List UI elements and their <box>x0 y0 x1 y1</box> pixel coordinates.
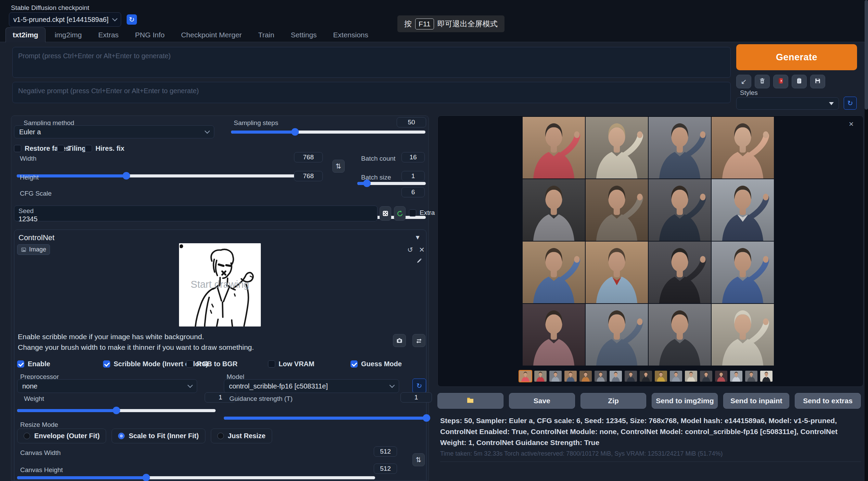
send-to-inpaint-button[interactable]: Send to inpaint <box>723 393 789 409</box>
open-folder-button[interactable] <box>437 393 503 409</box>
tab-extras[interactable]: Extras <box>91 27 126 42</box>
refresh-styles-button[interactable]: ↻ <box>844 97 857 110</box>
thumbnail-4[interactable] <box>564 370 577 382</box>
thumbnail-8[interactable] <box>624 370 638 382</box>
apply-style-button[interactable] <box>792 75 807 88</box>
thumbnail-16[interactable] <box>744 370 758 382</box>
seed-input[interactable]: Seed 12345 <box>14 206 378 221</box>
read-params-arrow-button[interactable]: ↙ <box>736 75 751 88</box>
guidance-strength-slider[interactable] <box>224 414 426 422</box>
weight-slider[interactable] <box>17 407 216 414</box>
brush-icon[interactable] <box>416 257 422 266</box>
batch-size-value[interactable]: 1 <box>401 171 425 181</box>
resize-option-scale-to-fit-inner-fit[interactable]: Scale to Fit (Inner Fit) <box>112 429 205 443</box>
generate-button[interactable]: Generate <box>736 44 857 70</box>
sampling-steps-value[interactable]: 50 <box>397 117 426 127</box>
result-image-13[interactable] <box>523 304 585 366</box>
result-image-5[interactable] <box>523 179 585 241</box>
canvas-width-value[interactable]: 512 <box>374 446 397 457</box>
cn-enable-checkbox[interactable]: Enable <box>17 360 50 368</box>
prompt-input[interactable] <box>12 47 731 78</box>
swap-dimensions-button[interactable]: ⇅ <box>332 160 345 173</box>
thumbnail-11[interactable] <box>669 370 683 382</box>
thumbnail-17[interactable] <box>760 370 773 382</box>
styles-dropdown[interactable] <box>736 97 839 110</box>
send-to-img2img-button[interactable]: Send to img2img <box>652 393 718 409</box>
collapse-caret-icon[interactable]: ▼ <box>414 234 421 241</box>
sampling-steps-slider[interactable] <box>231 128 425 136</box>
result-image-4[interactable] <box>712 117 774 178</box>
resize-option-envelope-outer-fit[interactable]: Envelope (Outer Fit) <box>17 429 106 443</box>
canvas-width-slider[interactable] <box>17 474 375 481</box>
scribble-canvas[interactable]: Start drawing <box>179 243 261 326</box>
result-image-11[interactable] <box>649 242 711 303</box>
thumbnail-5[interactable] <box>579 370 592 382</box>
tab-img2img[interactable]: img2img <box>48 27 89 42</box>
result-image-2[interactable] <box>586 117 648 178</box>
preprocessor-dropdown[interactable]: none <box>17 379 197 393</box>
thumbnail-9[interactable] <box>639 370 653 382</box>
result-image-8[interactable] <box>712 179 774 241</box>
refresh-models-button[interactable]: ↻ <box>412 379 426 393</box>
result-image-14[interactable] <box>586 304 648 366</box>
resize-option-just-resize[interactable]: Just Resize <box>211 429 272 443</box>
result-image-12[interactable] <box>712 242 774 303</box>
result-image-15[interactable] <box>649 304 711 366</box>
thumbnail-7[interactable] <box>609 370 623 382</box>
thumbnail-10[interactable] <box>654 370 668 382</box>
result-image-6[interactable] <box>586 179 648 241</box>
result-image-7[interactable] <box>649 179 711 241</box>
batch-count-value[interactable]: 16 <box>401 152 425 162</box>
thumbnail-12[interactable] <box>684 370 698 382</box>
cfg-scale-value[interactable]: 6 <box>401 187 425 197</box>
save-style-button[interactable] <box>810 75 825 88</box>
sampling-method-dropdown[interactable]: Euler a <box>14 125 214 138</box>
thumbnail-14[interactable] <box>714 370 728 382</box>
width-value[interactable]: 768 <box>294 152 323 162</box>
cn-low-vram-checkbox[interactable]: Low VRAM <box>268 360 314 368</box>
cn-rgb-to-bgr-checkbox[interactable]: RGB to BGR <box>186 360 238 368</box>
clear-prompt-button[interactable] <box>755 75 770 88</box>
tab-extensions[interactable]: Extensions <box>326 27 375 42</box>
undo-icon[interactable]: ↺ <box>407 246 413 254</box>
width-slider[interactable] <box>17 172 321 180</box>
send-to-extras-button[interactable]: Send to extras <box>795 393 861 409</box>
thumbnail-3[interactable] <box>549 370 562 382</box>
model-dropdown[interactable]: control_scribble-fp16 [c508311e] <box>224 379 399 393</box>
random-seed-button[interactable] <box>380 206 391 221</box>
height-value[interactable]: 768 <box>294 171 323 181</box>
thumbnail-2[interactable] <box>534 370 547 382</box>
guidance-strength-value[interactable]: 1 <box>400 392 432 403</box>
thumbnail-15[interactable] <box>729 370 743 382</box>
reuse-seed-button[interactable] <box>394 206 406 221</box>
swap-canvas-dimensions-button[interactable]: ⇅ <box>412 453 425 466</box>
tab-png-info[interactable]: PNG Info <box>128 27 172 42</box>
tab-settings[interactable]: Settings <box>283 27 324 42</box>
tab-txt2img[interactable]: txt2img <box>5 27 46 42</box>
thumbnail-1[interactable] <box>519 370 532 382</box>
save-button[interactable]: Save <box>509 393 575 409</box>
zip-button[interactable]: Zip <box>580 393 647 409</box>
checkpoint-select[interactable]: v1-5-pruned.ckpt [e1441589a6] <box>9 12 121 27</box>
tab-train[interactable]: Train <box>251 27 281 42</box>
result-image-1[interactable] <box>523 117 585 178</box>
scrollbar[interactable] <box>865 0 868 481</box>
result-image-9[interactable] <box>523 242 585 303</box>
hires-fix-checkbox[interactable]: Hires. fix <box>85 145 124 152</box>
style-book-button[interactable] <box>773 75 788 88</box>
mirror-button[interactable] <box>412 334 425 347</box>
refresh-checkpoint-button[interactable]: ↻ <box>127 14 137 25</box>
cn-guess-mode-checkbox[interactable]: Guess Mode <box>350 360 402 368</box>
result-image-10[interactable] <box>586 242 648 303</box>
extra-seed-checkbox[interactable]: Extra <box>409 209 435 217</box>
tab-checkpoint-merger[interactable]: Checkpoint Merger <box>174 27 249 42</box>
close-icon[interactable]: × <box>849 119 854 129</box>
tiling-checkbox[interactable]: Tiling <box>57 145 86 152</box>
webcam-button[interactable] <box>393 334 406 347</box>
clear-image-icon[interactable]: ✕ <box>419 246 425 254</box>
thumbnail-13[interactable] <box>699 370 713 382</box>
canvas-height-value[interactable]: 512 <box>374 464 397 474</box>
result-image-3[interactable] <box>649 117 711 178</box>
result-image-16[interactable] <box>712 304 774 366</box>
negative-prompt-input[interactable] <box>12 82 731 103</box>
